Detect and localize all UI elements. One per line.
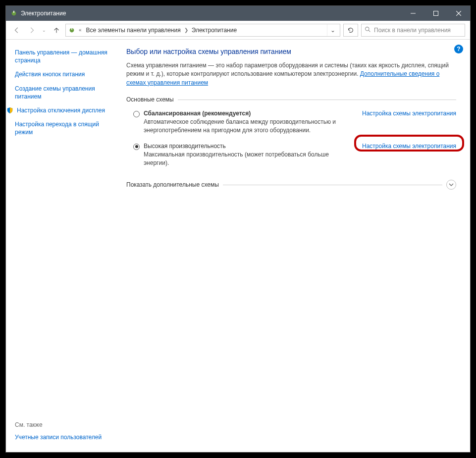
plan-balanced-settings-link[interactable]: Настройка схемы электропитания (356, 110, 456, 117)
breadcrumb-seg-all-items[interactable]: Все элементы панели управления (85, 26, 182, 35)
svg-rect-1 (13, 11, 14, 13)
refresh-button[interactable] (343, 24, 358, 37)
window-title: Электропитание (21, 10, 402, 17)
breadcrumb-overflow[interactable]: « (78, 27, 83, 33)
power-options-icon (68, 26, 76, 34)
section-more-label: Показать дополнительные схемы (126, 181, 219, 188)
section-basic-plans: Основные схемы (126, 96, 456, 103)
address-dropdown-icon[interactable]: ⌄ (327, 24, 338, 36)
nav-up-button[interactable] (51, 24, 62, 36)
plan-high-perf-settings-link[interactable]: Настройка схемы электропитания (356, 143, 456, 150)
plan-balanced: Сбалансированная (рекомендуется) Автомат… (126, 108, 456, 136)
search-input[interactable] (374, 27, 462, 34)
page-heading: Выбор или настройка схемы управления пит… (126, 48, 456, 55)
svg-rect-3 (434, 11, 438, 16)
see-also-label: См. также (15, 421, 107, 428)
content: Выбор или настройка схемы управления пит… (112, 40, 470, 452)
svg-rect-7 (71, 27, 72, 29)
radio-high-performance[interactable] (133, 144, 140, 150)
nav-recent-dropdown[interactable]: ⌄ (41, 28, 48, 33)
section-basic-label: Основные схемы (126, 96, 174, 103)
plan-high-perf-desc: Максимальная производительность (может п… (144, 151, 352, 167)
plan-high-perf-title: Высокая производительность (144, 143, 352, 150)
maximize-button[interactable] (424, 6, 447, 21)
search-icon (365, 26, 371, 34)
plan-balanced-desc: Автоматическое соблюдение баланса между … (144, 118, 352, 135)
section-more-plans[interactable]: Показать дополнительные схемы (126, 180, 456, 190)
svg-line-9 (369, 30, 370, 32)
sidebar-sleep-link[interactable]: Настройка перехода в спящий режим (15, 120, 107, 136)
sidebar-button-actions-link[interactable]: Действия кнопок питания (15, 70, 107, 78)
plan-balanced-title: Сбалансированная (рекомендуется) (144, 110, 352, 117)
breadcrumb-sep-icon[interactable]: ❯ (184, 27, 188, 33)
titlebar: Электропитание (6, 6, 470, 21)
body: ? Панель управления — домашняя страница … (6, 40, 470, 452)
sidebar-create-plan-link[interactable]: Создание схемы управления питанием (15, 85, 107, 101)
chevron-down-icon[interactable] (446, 180, 456, 190)
sidebar: Панель управления — домашняя страница Де… (6, 40, 112, 452)
sidebar-display-off-link[interactable]: Настройка отключения дисплея (17, 106, 105, 114)
sidebar-home-link[interactable]: Панель управления — домашняя страница (15, 49, 107, 64)
search-box[interactable] (361, 24, 465, 37)
sidebar-user-accounts-link[interactable]: Учетные записи пользователей (15, 433, 107, 441)
svg-point-8 (366, 27, 369, 30)
minimize-button[interactable] (402, 6, 424, 21)
nav-back-button[interactable] (11, 24, 23, 36)
breadcrumb-seg-power[interactable]: Электропитание (190, 26, 238, 35)
window-controls (402, 6, 470, 21)
address-bar[interactable]: « Все элементы панели управления ❯ Элект… (65, 24, 340, 37)
shield-icon (6, 106, 14, 114)
window: Электропитание ⌄ (5, 5, 471, 453)
nav-forward-button[interactable] (26, 24, 38, 36)
divider (178, 100, 456, 100)
close-button[interactable] (447, 6, 470, 21)
toolbar: ⌄ « Все элементы панели управления ❯ Эле… (6, 21, 470, 40)
power-icon (10, 9, 18, 17)
divider (223, 185, 442, 185)
plan-high-performance: Высокая производительность Максимальная … (126, 141, 456, 168)
radio-balanced[interactable] (133, 111, 140, 117)
